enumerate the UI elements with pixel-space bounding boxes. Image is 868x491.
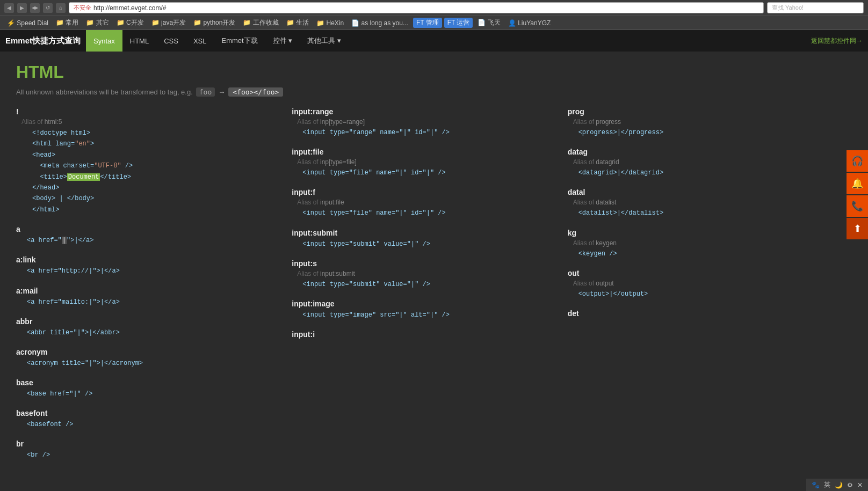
entry-inputimage-title: input:image	[292, 299, 556, 308]
entry-inputi: input:i	[292, 330, 556, 339]
entry-prog-alias: Alias of progress	[568, 118, 833, 126]
nav-right-link[interactable]: 返回慧都控件网→	[811, 36, 863, 46]
bookmark-speed-dial[interactable]: ⚡ Speed Dial	[4, 19, 51, 27]
entry-inputrange: input:range Alias of inp[type=range] <in…	[292, 107, 556, 138]
entry-kg-code: <keygen />	[568, 249, 833, 259]
url-bar[interactable]: 不安全 http://emmet.evget.com/#	[69, 2, 764, 13]
float-upload-button[interactable]: ⬆	[847, 218, 868, 239]
entry-prog: prog Alias of progress <progress>|</prog…	[568, 107, 833, 138]
search-bar[interactable]: 查找 Yahoo!	[767, 2, 864, 13]
entry-acronym-code: <acronym title="|">|</acronym>	[16, 358, 281, 369]
entry-inputimage-code: <input type="image" src="|" alt="|" />	[292, 310, 556, 320]
entry-inputfile-alias: Alias of inp[type=file]	[292, 158, 556, 166]
entry-det: det	[568, 309, 833, 318]
col3: prog Alias of progress <progress>|</prog…	[568, 107, 843, 471]
entry-inputrange-title: input:range	[292, 107, 556, 116]
entry-basefont-code: <basefont />	[16, 420, 281, 430]
entry-a-code: <a href="|">|</a>	[16, 236, 281, 246]
bookmark-liu[interactable]: 👤 LiuYanYGZ	[505, 19, 553, 27]
bookmark-work[interactable]: 📁 工作收藏	[240, 18, 281, 28]
forward-button[interactable]: ▶	[17, 3, 27, 13]
entry-datal-code: <datalist>|</datalist>	[568, 208, 833, 218]
nav-controls[interactable]: 控件 ▾	[265, 30, 300, 52]
entry-datal-title: datal	[568, 188, 833, 196]
entry-amail-title: a:mail	[16, 287, 281, 295]
bookmark-python[interactable]: 📁 python开发	[191, 18, 238, 28]
entry-inputs-code: <input type="submit" value="|" />	[292, 280, 556, 290]
floating-buttons: 🎧 🔔 📞 ⬆	[847, 150, 868, 239]
entry-a-title: a	[16, 225, 281, 233]
home-button[interactable]: ⌂	[56, 3, 66, 13]
entry-datag-alias: Alias of datagrid	[568, 158, 833, 166]
entry-inputsubmit: input:submit <input type="submit" value=…	[292, 229, 556, 250]
page-title: HTML	[16, 62, 843, 82]
nav-css[interactable]: CSS	[156, 30, 186, 52]
entry-acronym-title: acronym	[16, 348, 281, 356]
entry-datal: datal Alias of datalist <datalist>|</dat…	[568, 188, 833, 218]
bookmarks-bar: ⚡ Speed Dial 📁 常用 📁 其它 📁 C开发 📁 java开发 📁 …	[0, 16, 868, 30]
entry-inputf-alias: Alias of input:file	[292, 199, 556, 206]
entry-a: a <a href="|">|</a>	[16, 225, 281, 246]
split-button[interactable]: ◀▶	[30, 3, 40, 13]
entry-inputimage: input:image <input type="image" src="|" …	[292, 299, 556, 320]
entry-abbr-code: <abbr title="|">|</abbr>	[16, 328, 281, 338]
bookmark-ops[interactable]: FT 运营	[444, 18, 473, 28]
entry-amail: a:mail <a href="mailto:|">|</a>	[16, 287, 281, 307]
main-content: HTML All unknown abbreviations will be t…	[0, 52, 859, 481]
bookmark-manage[interactable]: FT 管理	[413, 18, 442, 28]
status-bar: 🐾 英 🌙 ⚙ ✕	[806, 479, 868, 481]
entry-excl: ! Alias of html:5 <!doctype html> <html …	[16, 107, 281, 215]
intro-result: <foo></foo>	[228, 87, 283, 97]
search-placeholder: 查找 Yahoo!	[772, 4, 804, 11]
entry-prog-title: prog	[568, 107, 833, 116]
bookmark-common[interactable]: 📁 常用	[53, 18, 81, 28]
entry-inputi-title: input:i	[292, 330, 556, 339]
entry-inputfile: input:file Alias of inp[type=file] <inpu…	[292, 148, 556, 178]
entry-basefont: basefont <basefont />	[16, 409, 281, 430]
float-headset-button[interactable]: 🎧	[847, 150, 868, 172]
entry-br-title: br	[16, 439, 281, 448]
entry-abbr-title: abbr	[16, 317, 281, 326]
entry-inputs: input:s Alias of input:submit <input typ…	[292, 259, 556, 290]
bookmark-aslong[interactable]: 📄 as long as you...	[349, 19, 411, 27]
bookmark-c[interactable]: 📁 C开发	[114, 18, 147, 28]
bookmark-fly[interactable]: 📄 飞天	[475, 18, 503, 28]
browser-chrome: ◀ ▶ ◀▶ ↺ ⌂ 不安全 http://emmet.evget.com/# …	[0, 0, 868, 30]
bookmark-hexin[interactable]: 📁 HeXin	[314, 19, 346, 27]
nav-syntax[interactable]: Syntax	[86, 30, 122, 52]
security-label: 不安全	[74, 4, 91, 12]
refresh-button[interactable]: ↺	[43, 3, 53, 13]
entry-excl-code: <!doctype html> <html lang="en"> <head> …	[16, 128, 281, 215]
entry-alink-title: a:link	[16, 255, 281, 264]
site-title: Emmet快捷方式查询	[5, 36, 81, 46]
entry-inputf: input:f Alias of input:file <input type=…	[292, 188, 556, 218]
entry-prog-code: <progress>|</progress>	[568, 128, 833, 138]
float-bell-button[interactable]: 🔔	[847, 173, 868, 194]
entry-abbr: abbr <abbr title="|">|</abbr>	[16, 317, 281, 338]
nav-html[interactable]: HTML	[122, 30, 156, 52]
entry-out-title: out	[568, 269, 833, 277]
entry-inputf-code: <input type="file" name="|" id="|" />	[292, 208, 556, 218]
intro-tag: foo	[196, 87, 215, 97]
bookmark-java[interactable]: 📁 java开发	[149, 18, 189, 28]
float-phone-button[interactable]: 📞	[847, 195, 868, 217]
entry-datag-title: datag	[568, 148, 833, 156]
entry-kg: kg Alias of keygen <keygen />	[568, 229, 833, 259]
nav-tools[interactable]: 其他工具 ▾	[300, 30, 349, 52]
columns: ! Alias of html:5 <!doctype html> <html …	[16, 107, 843, 471]
bookmark-other[interactable]: 📁 其它	[83, 18, 111, 28]
status-lang: 英	[824, 480, 830, 481]
bookmark-life[interactable]: 📁 生活	[284, 18, 312, 28]
entry-inputsubmit-code: <input type="submit" value="|" />	[292, 239, 556, 250]
back-button[interactable]: ◀	[4, 3, 14, 13]
nav-xsl[interactable]: XSL	[186, 30, 214, 52]
entry-br-code: <br />	[16, 450, 281, 460]
col2: input:range Alias of inp[type=range] <in…	[292, 107, 567, 471]
entry-datal-alias: Alias of datalist	[568, 199, 833, 206]
entry-excl-alias: Alias of html:5	[16, 118, 281, 126]
url-text: http://emmet.evget.com/#	[93, 4, 166, 12]
entry-base-code: <base href="|" />	[16, 389, 281, 399]
entry-kg-alias: Alias of keygen	[568, 239, 833, 247]
nav-download[interactable]: Emmet下载	[214, 30, 265, 52]
entry-out-alias: Alias of output	[568, 280, 833, 287]
